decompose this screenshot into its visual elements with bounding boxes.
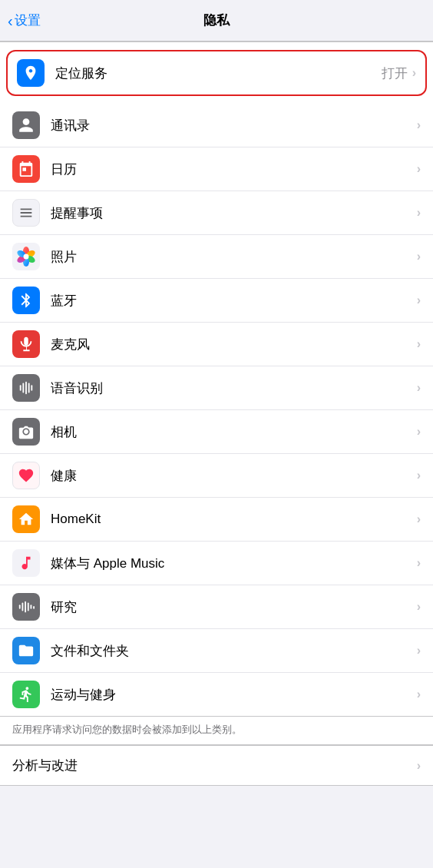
list-item-location[interactable]: 定位服务 打开 ›: [6, 50, 427, 96]
list-item-music[interactable]: 媒体与 Apple Music ›: [0, 542, 433, 585]
microphone-chevron-icon: ›: [417, 337, 421, 351]
photos-icon-wrapper: [12, 243, 40, 270]
research-chevron-icon: ›: [417, 600, 421, 614]
camera-chevron-icon: ›: [417, 425, 421, 439]
analytics-section: 分析与改进 ›: [0, 745, 433, 786]
svg-rect-9: [25, 382, 27, 395]
speech-label: 语音识别: [51, 379, 417, 397]
svg-rect-12: [19, 605, 21, 609]
page-title: 隐私: [203, 12, 230, 29]
health-label: 健康: [51, 467, 417, 485]
svg-rect-7: [20, 385, 21, 390]
calendar-icon-wrapper: [12, 155, 40, 183]
fitness-icon: [18, 686, 35, 703]
photos-label: 照片: [51, 248, 417, 266]
bluetooth-icon-wrapper: [12, 287, 40, 314]
list-item-research[interactable]: 研究 ›: [0, 585, 433, 629]
privacy-list: 定位服务 打开 › 通讯录 › 日历 › 提醒事项 ›: [0, 41, 433, 717]
list-item-homekit[interactable]: HomeKit ›: [0, 498, 433, 542]
location-chevron-icon: ›: [412, 66, 416, 80]
bluetooth-chevron-icon: ›: [417, 293, 421, 307]
homekit-chevron-icon: ›: [417, 512, 421, 526]
speech-icon: [18, 379, 35, 396]
homekit-label: HomeKit: [51, 512, 417, 527]
back-button[interactable]: ‹ 设置: [8, 12, 41, 29]
research-icon-wrapper: [12, 593, 40, 621]
microphone-label: 麦克风: [51, 336, 417, 353]
camera-label: 相机: [51, 423, 417, 441]
research-label: 研究: [51, 598, 417, 616]
list-item-contacts[interactable]: 通讯录 ›: [0, 104, 433, 147]
svg-rect-15: [28, 603, 29, 611]
list-item-calendar[interactable]: 日历 ›: [0, 147, 433, 191]
svg-rect-17: [33, 606, 35, 609]
location-icon: [22, 65, 39, 81]
list-item-speech[interactable]: 语音识别 ›: [0, 366, 433, 410]
speech-chevron-icon: ›: [417, 381, 421, 395]
list-item-files[interactable]: 文件和文件夹 ›: [0, 629, 433, 673]
list-item-bluetooth[interactable]: 蓝牙 ›: [0, 279, 433, 323]
files-icon-wrapper: [12, 637, 40, 664]
analytics-row[interactable]: 分析与改进 ›: [0, 745, 433, 786]
list-item-microphone[interactable]: 麦克风 ›: [0, 323, 433, 366]
back-label: 设置: [15, 12, 41, 29]
camera-icon-wrapper: [12, 418, 40, 446]
health-icon: [18, 467, 35, 484]
location-value: 打开: [382, 65, 408, 82]
reminders-label: 提醒事项: [51, 204, 417, 222]
footer-note-text: 应用程序请求访问您的数据时会被添加到以上类别。: [12, 724, 242, 735]
health-chevron-icon: ›: [417, 469, 421, 482]
list-item-health[interactable]: 健康 ›: [0, 454, 433, 498]
calendar-label: 日历: [51, 161, 417, 178]
music-label: 媒体与 Apple Music: [51, 555, 417, 572]
bluetooth-label: 蓝牙: [51, 292, 417, 310]
analytics-label: 分析与改进: [12, 757, 417, 774]
photos-chevron-icon: ›: [417, 250, 421, 263]
reminders-chevron-icon: ›: [417, 206, 421, 220]
contacts-icon: [18, 117, 35, 134]
svg-point-6: [24, 254, 29, 260]
contacts-chevron-icon: ›: [417, 118, 421, 132]
list-item-reminders[interactable]: 提醒事项 ›: [0, 191, 433, 235]
bluetooth-icon: [18, 292, 35, 309]
music-chevron-icon: ›: [417, 556, 421, 570]
svg-rect-10: [28, 383, 30, 393]
files-label: 文件和文件夹: [51, 642, 417, 660]
svg-rect-11: [31, 385, 32, 390]
fitness-label: 运动与健身: [51, 686, 417, 704]
homekit-icon-wrapper: [12, 505, 40, 533]
calendar-icon: [18, 161, 35, 177]
list-item-photos[interactable]: 照片 ›: [0, 235, 433, 279]
footer-note: 应用程序请求访问您的数据时会被添加到以上类别。: [0, 717, 433, 745]
fitness-icon-wrapper: [12, 681, 40, 708]
list-item-fitness[interactable]: 运动与健身 ›: [0, 673, 433, 716]
back-chevron-icon: ‹: [8, 13, 13, 28]
svg-rect-16: [31, 605, 32, 609]
files-icon: [18, 642, 35, 659]
location-label: 定位服务: [55, 65, 382, 82]
reminders-icon-wrapper: [12, 199, 40, 227]
reminders-icon: [18, 204, 35, 221]
svg-rect-8: [22, 383, 24, 393]
photos-icon: [15, 246, 37, 267]
nav-bar: ‹ 设置 隐私: [0, 0, 433, 41]
microphone-icon-wrapper: [12, 330, 40, 358]
speech-icon-wrapper: [12, 374, 40, 402]
calendar-chevron-icon: ›: [417, 162, 421, 176]
music-icon: [18, 555, 35, 571]
homekit-icon: [18, 511, 35, 528]
contacts-label: 通讯录: [51, 117, 417, 134]
research-icon: [18, 598, 35, 615]
camera-icon: [18, 423, 35, 440]
files-chevron-icon: ›: [417, 644, 421, 658]
svg-rect-13: [22, 603, 24, 611]
analytics-chevron-icon: ›: [417, 759, 421, 773]
microphone-icon: [18, 336, 35, 353]
svg-rect-14: [25, 601, 26, 613]
contacts-icon-wrapper: [12, 111, 40, 139]
location-icon-wrapper: [17, 59, 45, 87]
list-item-camera[interactable]: 相机 ›: [0, 410, 433, 454]
health-icon-wrapper: [12, 462, 40, 489]
fitness-chevron-icon: ›: [417, 687, 421, 701]
music-icon-wrapper: [12, 549, 40, 577]
